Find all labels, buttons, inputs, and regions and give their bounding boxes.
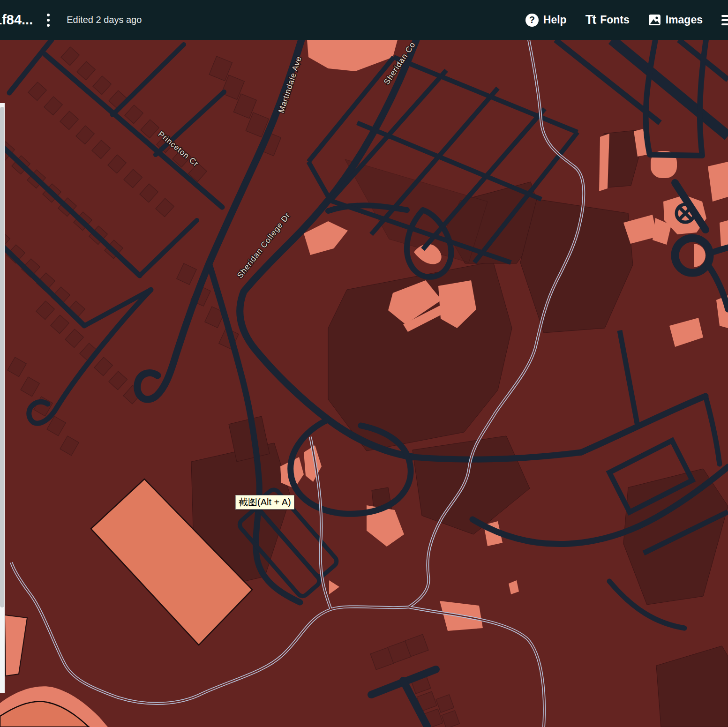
top-toolbar: 1f84... Edited 2 days ago ? Help Tt Font…: [0, 0, 728, 40]
left-scrollbar-thumb[interactable]: [0, 107, 4, 607]
left-scrollbar-track[interactable]: [0, 103, 5, 693]
images-button[interactable]: Images: [648, 14, 703, 26]
question-circle-icon: ?: [525, 14, 539, 27]
image-icon: [648, 14, 661, 26]
map-canvas[interactable]: Princeton CrMartindale AveSheridan Colle…: [0, 0, 728, 727]
map-editor-window: Princeton CrMartindale AveSheridan Colle…: [0, 0, 728, 727]
layers-menu-icon[interactable]: [721, 15, 728, 25]
document-title[interactable]: 1f84...: [0, 12, 33, 28]
kebab-menu-icon[interactable]: [47, 14, 50, 27]
screenshot-tooltip: 截图(Alt + A): [235, 495, 294, 510]
edited-status: Edited 2 days ago: [67, 15, 142, 25]
fonts-button[interactable]: Tt Fonts: [585, 13, 630, 27]
help-button[interactable]: ? Help: [525, 14, 567, 27]
text-Tt-icon: Tt: [585, 13, 595, 27]
